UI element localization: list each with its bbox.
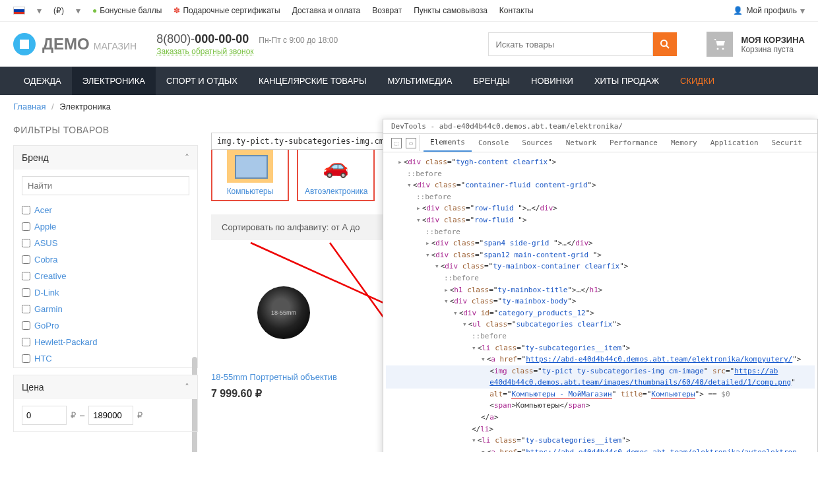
brand-label: GoPro bbox=[34, 321, 59, 331]
dom-src[interactable]: https://ab bbox=[734, 367, 778, 375]
tab-elements[interactable]: Elements bbox=[424, 134, 472, 152]
brand-dlink[interactable]: D-Link bbox=[22, 284, 189, 301]
filter-price: Цена ˄ ₽ – ₽ bbox=[13, 375, 198, 432]
profile-menu[interactable]: 👤 Мой профиль ▾ bbox=[733, 5, 805, 16]
cars-icon: 🚗 bbox=[313, 150, 359, 183]
logo-text: ДЕМО МАГАЗИН bbox=[42, 35, 137, 53]
subcat-computers[interactable]: Компьютеры bbox=[211, 144, 289, 201]
search-button[interactable] bbox=[653, 32, 677, 56]
product-price: 7 999.60 ₽ bbox=[211, 387, 356, 400]
brand-checkbox[interactable] bbox=[22, 321, 30, 330]
dom-link[interactable]: https://abd-e40d4b44c0.demos.abt.team/el… bbox=[526, 355, 792, 363]
currency-select[interactable]: (₽) bbox=[53, 6, 64, 15]
filter-price-label: Цена bbox=[22, 382, 44, 393]
user-icon: 👤 bbox=[733, 6, 743, 15]
lens-icon: 18-55mm bbox=[257, 286, 310, 339]
inspect-icon[interactable]: ⬚ bbox=[391, 138, 402, 148]
tab-performance[interactable]: Performance bbox=[603, 135, 664, 151]
flag-icon[interactable] bbox=[13, 7, 25, 15]
tab-console[interactable]: Console bbox=[472, 135, 515, 151]
tab-sources[interactable]: Sources bbox=[515, 135, 559, 151]
brand-search-input[interactable] bbox=[22, 176, 189, 195]
product-title[interactable]: 18-55mm Портретный объектив bbox=[211, 372, 356, 382]
breadcrumb: Главная / Электроника bbox=[0, 95, 818, 111]
brand-label: D-Link bbox=[34, 288, 59, 298]
brand-htc[interactable]: HTC bbox=[22, 350, 189, 367]
chevron-down-icon[interactable]: ▾ bbox=[37, 5, 42, 16]
brand-label: Garmin bbox=[34, 304, 63, 314]
brand-label: Cobra bbox=[34, 255, 57, 265]
chevron-down-icon[interactable]: ▾ bbox=[76, 5, 80, 16]
bonus-link[interactable]: Бонусные баллы bbox=[92, 6, 162, 15]
price-min-input[interactable] bbox=[22, 406, 67, 425]
pickup-link[interactable]: Пункты самовывоза bbox=[414, 6, 488, 15]
tab-application[interactable]: Application bbox=[704, 135, 765, 151]
filter-brand: Бренд ˄ Acer Apple ASUS Cobra Creative D… bbox=[13, 145, 198, 368]
brand-label: Apple bbox=[34, 222, 56, 232]
callback-link[interactable]: Заказать обратный звонок bbox=[156, 47, 253, 56]
devtools-tabs: ⬚ ▭ Elements Console Sources Network Per… bbox=[383, 134, 817, 152]
search-input[interactable] bbox=[488, 32, 653, 56]
cart-status: Корзина пуста bbox=[741, 45, 805, 54]
brand-checkbox[interactable] bbox=[22, 354, 30, 363]
dom-src-path[interactable]: e40d4b44c0.demos.abt.team/images/thumbna… bbox=[489, 378, 791, 387]
subcat-auto[interactable]: 🚗 Автоэлектроника bbox=[297, 144, 375, 201]
nav-clothing[interactable]: ОДЕЖДА bbox=[13, 67, 72, 95]
filter-price-head[interactable]: Цена ˄ bbox=[14, 375, 197, 399]
brand-checkbox[interactable] bbox=[22, 255, 30, 264]
devtools-body[interactable]: ▸<div class="tygh-content clearfix"> ::b… bbox=[383, 152, 817, 452]
brand-garmin[interactable]: Garmin bbox=[22, 301, 189, 317]
product-image: 18-55mm bbox=[211, 253, 356, 372]
breadcrumb-home[interactable]: Главная bbox=[13, 102, 46, 111]
filter-brand-head[interactable]: Бренд ˄ bbox=[14, 146, 197, 170]
nav-office[interactable]: КАНЦЕЛЯРСКИЕ ТОВАРЫ bbox=[248, 67, 377, 95]
brand-cobra[interactable]: Cobra bbox=[22, 251, 189, 268]
product-card[interactable]: 18-55mm 18-55mm Портретный объектив 7 99… bbox=[211, 253, 356, 400]
contacts-link[interactable]: Контакты bbox=[499, 6, 534, 15]
logo[interactable]: ДЕМО МАГАЗИН bbox=[13, 33, 137, 55]
nav-new[interactable]: НОВИНКИ bbox=[520, 67, 584, 95]
dom-link[interactable]: https://abd-e40d4b44c0.demos.abt.team/el… bbox=[526, 448, 797, 452]
phone-number: 8(800)-000-00-00 bbox=[156, 32, 252, 46]
brand-checkbox[interactable] bbox=[22, 206, 30, 214]
nav-electronics[interactable]: ЭЛЕКТРОНИКА bbox=[72, 67, 156, 95]
brand-acer[interactable]: Acer bbox=[22, 202, 189, 218]
nav-brands[interactable]: БРЕНДЫ bbox=[462, 67, 520, 95]
brand-checkbox[interactable] bbox=[22, 272, 30, 280]
nav-hits[interactable]: ХИТЫ ПРОДАЖ bbox=[584, 67, 670, 95]
brand-creative[interactable]: Creative bbox=[22, 268, 189, 284]
brand-checkbox[interactable] bbox=[22, 305, 30, 313]
cart-text: МОЯ КОРЗИНА Корзина пуста bbox=[741, 35, 805, 54]
delivery-link[interactable]: Доставка и оплата bbox=[292, 6, 361, 15]
return-link[interactable]: Возврат bbox=[372, 6, 402, 15]
brand-asus[interactable]: ASUS bbox=[22, 235, 189, 251]
tab-network[interactable]: Network bbox=[559, 135, 603, 151]
filter-brand-body: Acer Apple ASUS Cobra Creative D-Link Ga… bbox=[14, 170, 197, 367]
brand-checkbox[interactable] bbox=[22, 288, 30, 297]
top-left: ▾ (₽) ▾ Бонусные баллы Подарочные сертиф… bbox=[13, 5, 534, 16]
top-bar: ▾ (₽) ▾ Бонусные баллы Подарочные сертиф… bbox=[0, 0, 818, 22]
gift-link[interactable]: Подарочные сертификаты bbox=[173, 6, 280, 15]
phone-num: 000-00-00 bbox=[195, 32, 249, 46]
nav-sport[interactable]: СПОРТ И ОТДЫХ bbox=[156, 67, 248, 95]
tab-memory[interactable]: Memory bbox=[664, 135, 704, 151]
price-max-input[interactable] bbox=[88, 406, 133, 425]
subcat-label: Автоэлектроника bbox=[305, 187, 367, 196]
brand-checkbox[interactable] bbox=[22, 222, 30, 231]
brand-hp[interactable]: Hewlett-Packard bbox=[22, 334, 189, 350]
main-nav: ОДЕЖДА ЭЛЕКТРОНИКА СПОРТ И ОТДЫХ КАНЦЕЛЯ… bbox=[0, 67, 818, 95]
logo-demo: ДЕМО bbox=[42, 35, 90, 53]
price-range: ₽ – ₽ bbox=[22, 406, 189, 425]
cart[interactable]: МОЯ КОРЗИНА Корзина пуста bbox=[707, 32, 805, 57]
brand-checkbox[interactable] bbox=[22, 239, 30, 247]
svg-point-0 bbox=[661, 40, 667, 46]
brand-checkbox[interactable] bbox=[22, 338, 30, 346]
device-icon[interactable]: ▭ bbox=[406, 138, 416, 148]
nav-sales[interactable]: СКИДКИ bbox=[670, 67, 725, 95]
brand-apple[interactable]: Apple bbox=[22, 218, 189, 235]
tab-security[interactable]: Securit bbox=[765, 135, 809, 151]
brand-label: Hewlett-Packard bbox=[34, 337, 97, 347]
search-icon bbox=[660, 39, 670, 49]
brand-gopro[interactable]: GoPro bbox=[22, 317, 189, 334]
nav-multimedia[interactable]: МУЛЬТИМЕДИА bbox=[377, 67, 462, 95]
